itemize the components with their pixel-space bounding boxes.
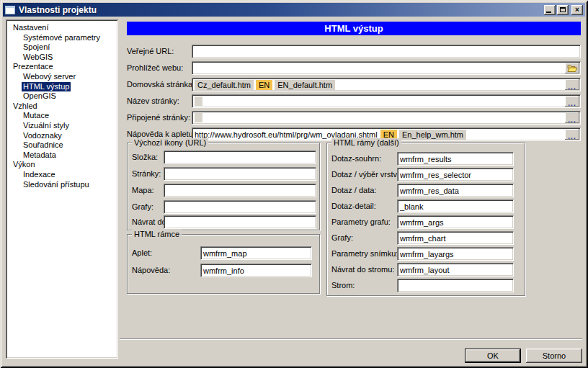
applet-help-url: http://www.hydrosoft.eu/html/prg/wm_ovla… xyxy=(195,130,378,139)
tree-item-systemove-parametry[interactable]: Systémové parametry xyxy=(9,33,115,43)
pripojene-stranky-ellipsis-button[interactable]: ... xyxy=(565,112,579,123)
minimize-icon xyxy=(546,12,551,13)
maximize-button[interactable] xyxy=(557,5,569,15)
tree-item-prezentace[interactable]: Prezentace xyxy=(9,62,115,72)
tree-item-metadata[interactable]: Metadata xyxy=(9,151,115,161)
label-grafy-ram: Grafy: xyxy=(331,231,353,244)
tree-item-opengis[interactable]: OpenGIS xyxy=(9,91,115,102)
tree-item-vykon[interactable]: Výkon xyxy=(9,160,115,170)
mapa-input[interactable] xyxy=(164,184,316,197)
dotaz-souhrn-input[interactable] xyxy=(397,152,514,166)
label-domovska-stranka: Domovská stránka: xyxy=(127,78,195,91)
aplet-input[interactable] xyxy=(200,246,312,260)
label-prohlizec-webu: Prohlížeč webu: xyxy=(127,61,183,75)
prohlizec-webu-field[interactable] xyxy=(192,61,581,75)
label-aplet: Aplet: xyxy=(132,246,152,259)
html-frames-extra-group-title: HTML rámy (další) xyxy=(331,138,401,147)
grafy-ikony-input[interactable] xyxy=(164,200,316,214)
label-napoveda-ram: Nápověda: xyxy=(132,264,170,277)
label-parametry-grafu: Parametry grafu: xyxy=(331,215,391,228)
ok-button[interactable]: OK xyxy=(465,349,521,363)
tree-item-vzhled[interactable]: Vzhled xyxy=(9,102,115,112)
navrat-do-input[interactable] xyxy=(164,215,316,229)
tree-item-nastaveni[interactable]: Nastavení xyxy=(9,23,115,33)
tree-item-spojeni[interactable]: Spojení xyxy=(9,42,115,53)
tree-item-webgis[interactable]: WebGIS xyxy=(9,53,115,63)
navrat-do-stromu-input[interactable] xyxy=(397,263,514,277)
verejne-url-input[interactable] xyxy=(192,45,581,58)
settings-tree: Nastavení Systémové parametry Spojení We… xyxy=(6,19,118,359)
tree-item-webovy-server[interactable]: Webový server xyxy=(9,72,115,82)
empty-chip xyxy=(195,113,202,122)
strom-input[interactable] xyxy=(397,279,514,292)
close-button[interactable]: × xyxy=(571,5,583,15)
tree-item-souradnice[interactable]: Souřadnice xyxy=(9,140,115,151)
minimize-button[interactable] xyxy=(544,5,556,15)
napoveda-ellipsis-button[interactable]: ... xyxy=(565,129,579,140)
label-slozka: Složka: xyxy=(132,151,158,163)
folder-open-icon xyxy=(567,64,578,73)
label-stranky: Stránky: xyxy=(132,167,161,180)
window-title: Vlastnosti projektu xyxy=(19,5,543,15)
label-dotaz-data: Dotaz / data: xyxy=(331,184,376,197)
label-strom: Strom: xyxy=(331,279,355,292)
dotaz-detail-input[interactable] xyxy=(397,199,514,213)
nazev-stranky-ellipsis-button[interactable]: ... xyxy=(565,96,579,107)
label-dotaz-vyber-vrstvy: Dotaz / výběr vrstvy xyxy=(331,168,401,181)
main-panel: HTML výstup Veřejné URL: Prohlížeč webu:… xyxy=(122,19,582,338)
tree-item-html-vystup[interactable]: HTML výstup xyxy=(9,82,115,92)
home-page-en-chip[interactable]: EN_default.htm xyxy=(275,80,335,90)
home-page-cz-chip[interactable]: Cz_default.htm xyxy=(195,80,254,90)
domovska-stranka-ellipsis-button[interactable]: ... xyxy=(565,79,579,90)
label-dotaz-souhrn: Dotaz-souhrn: xyxy=(331,152,381,165)
napoveda-ram-input[interactable] xyxy=(200,264,312,277)
label-mapa: Mapa: xyxy=(132,184,154,197)
tree-item-vodoznaky[interactable]: Vodoznaky xyxy=(9,131,115,141)
applet-help-en-chip[interactable]: En_help_wm.htm xyxy=(399,130,466,140)
tree-item-indexace[interactable]: Indexace xyxy=(9,170,115,180)
parametry-snimku-input[interactable] xyxy=(397,247,514,261)
label-nazev-stranky: Název stránky: xyxy=(127,94,179,108)
label-navrat-do: Návrat do xyxy=(132,215,166,228)
default-icons-group: Výchozí ikony (URL) Složka: Stránky: Map… xyxy=(127,143,320,230)
label-verejne-url: Veřejné URL: xyxy=(127,45,174,58)
dotaz-data-input[interactable] xyxy=(397,184,514,197)
tree-item-sledovani-pristupu[interactable]: Sledování přístupu xyxy=(9,180,115,190)
html-frames-extra-group: HTML rámy (další) Dotaz-souhrn: Dotaz / … xyxy=(326,143,525,296)
label-grafy-ikony: Grafy: xyxy=(132,200,153,213)
default-icons-group-title: Výchozí ikony (URL) xyxy=(132,138,208,147)
stranky-input[interactable] xyxy=(164,167,316,181)
browse-folder-button[interactable] xyxy=(565,63,579,73)
html-frames-group: HTML rámce Aplet: Nápověda: xyxy=(127,234,320,294)
label-parametry-snimku: Parametry snímku: xyxy=(331,247,398,260)
dialog-window: Vlastnosti projektu × Nastavení Systémov… xyxy=(0,0,588,368)
footer-divider xyxy=(120,338,582,340)
empty-chip xyxy=(195,97,202,106)
tree-item-mutace[interactable]: Mutace xyxy=(9,111,115,121)
titlebar[interactable]: Vlastnosti projektu × xyxy=(3,3,585,17)
tree-item-vizualni-styly[interactable]: Vizuální styly xyxy=(9,121,115,131)
html-frames-group-title: HTML rámce xyxy=(132,230,182,238)
pripojene-stranky-field[interactable]: ... xyxy=(192,111,581,125)
close-icon: × xyxy=(575,6,579,14)
label-navrat-do-stromu: Návrat do stromu: xyxy=(331,263,394,276)
slozka-input[interactable] xyxy=(164,151,316,164)
domovska-stranka-field[interactable]: Cz_default.htm EN EN_default.htm ... xyxy=(192,78,581,91)
home-page-en-toggle[interactable]: EN xyxy=(256,80,272,90)
dotaz-vyber-vrstvy-input[interactable] xyxy=(397,168,514,181)
label-pripojene-stranky: Připojené stránky: xyxy=(127,111,190,125)
grafy-ram-input[interactable] xyxy=(397,231,514,245)
page-title: HTML výstup xyxy=(127,22,581,35)
maximize-icon xyxy=(560,7,566,12)
label-dotaz-detail: Dotaz-detail: xyxy=(331,199,376,212)
cancel-button[interactable]: Storno xyxy=(526,349,582,363)
nazev-stranky-field[interactable]: ... xyxy=(192,94,581,108)
app-icon xyxy=(5,6,15,14)
parametry-grafu-input[interactable] xyxy=(397,215,514,229)
